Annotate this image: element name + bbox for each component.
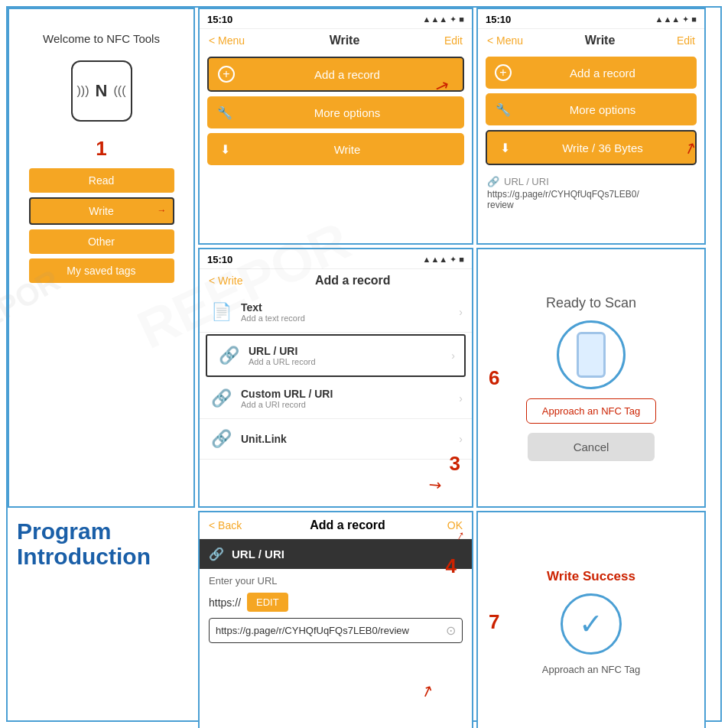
custom-url-title: Custom URL / URI	[241, 388, 333, 400]
program-introduction: Program Introduction REEPOR	[8, 511, 195, 728]
panel-ready-to-scan: 6 Ready to Scan Approach an NFC Tag Canc…	[476, 248, 706, 508]
url-screen-title: Add a record	[248, 518, 447, 532]
unit-link-text: Unit.Link	[241, 433, 287, 445]
edit-button-2[interactable]: Edit	[677, 34, 695, 47]
write-button-2[interactable]: ⬇ Write 2	[207, 133, 464, 165]
url-record-type: URL / URI	[232, 548, 284, 561]
saved-tags-button[interactable]: My saved tags	[29, 258, 174, 283]
phone-scan-icon	[557, 320, 626, 389]
panel-write: 15:10 ▲▲▲ ✦ ■ < Menu Write Edit + Add a …	[198, 8, 473, 245]
write-success-title: Write Success	[547, 569, 635, 584]
step-5-label: 5	[476, 60, 478, 80]
more-options-button[interactable]: 🔧 More options	[207, 96, 464, 128]
custom-url-record-item[interactable]: 🔗 Custom URL / URI Add a URI record ›	[200, 379, 472, 419]
chevron-icon-custom: ›	[459, 392, 463, 405]
write-bytes-button[interactable]: ⬇ Write / 36 Bytes	[486, 130, 697, 165]
url-uri-value: https://g.page/r/CYHQfUqFQs7LEB0/review	[487, 189, 695, 210]
plus-icon-2: +	[495, 64, 512, 81]
url-prefix-row: https:// EDIT	[209, 593, 463, 612]
step-4-label: 4	[446, 554, 457, 578]
read-button[interactable]: Read	[29, 168, 174, 193]
write-button[interactable]: Write →	[29, 197, 174, 225]
url-uri-section: 🔗 URL / URI https://g.page/r/CYHQfUqFQs7…	[478, 170, 704, 216]
plus-icon: +	[218, 66, 235, 83]
url-value: https://g.page/r/CYHQfUqFQs7LEB0/review	[216, 625, 409, 636]
step-3-label: 3	[450, 452, 460, 476]
custom-url-text: Custom URL / URI Add a URI record	[241, 388, 333, 409]
edit-url-button[interactable]: EDIT	[247, 593, 288, 612]
other-button[interactable]: Other	[29, 229, 174, 254]
signal-icons-2: ▲▲▲ ✦ ■	[655, 15, 697, 24]
arrow-url-input: ↗	[418, 681, 436, 702]
url-final-input[interactable]: https://g.page/r/CYHQfUqFQs7LEB0/review …	[209, 618, 463, 643]
add-record-button[interactable]: + Add a record	[207, 57, 464, 92]
clear-icon[interactable]: ⊙	[446, 623, 456, 638]
chevron-icon-unit: ›	[459, 433, 463, 445]
add-record-title: Add a record	[315, 274, 391, 288]
nfc-waves-left-icon: )))	[77, 84, 89, 98]
panel-urlentry: < Back Add a record OK 🔗 URL / URI Enter…	[198, 511, 473, 728]
time-display-2: 15:10	[486, 14, 511, 25]
nav-bar-2: < Menu Write Edit	[478, 29, 704, 52]
edit-button[interactable]: Edit	[444, 34, 463, 47]
wrench-icon-2: 🔧	[495, 101, 512, 118]
screen-title: Write	[330, 34, 360, 47]
write-icon: ⬇	[216, 141, 233, 158]
url-record-header: 🔗 URL / URI	[200, 539, 472, 569]
url-record-text: URL / URI Add a URL record	[249, 345, 316, 366]
approach-nfc-button[interactable]: Approach an NFC Tag	[526, 398, 656, 424]
back-menu-button-2[interactable]: < Menu	[487, 34, 523, 47]
back-button-url[interactable]: < Back	[209, 519, 242, 531]
screen-title-2: Write	[585, 34, 616, 47]
add-record-button-2[interactable]: + Add a record 5	[486, 57, 697, 89]
text-record-title: Text	[241, 301, 305, 314]
download-icon-2: ⬇	[496, 139, 513, 156]
text-record-icon: 📄	[209, 300, 233, 324]
signal-icons: ▲▲▲ ✦ ■	[423, 15, 464, 24]
cancel-scan-button[interactable]: Cancel	[528, 433, 655, 461]
url-record-title: URL / URI	[249, 345, 316, 357]
step-6-label: 6	[489, 366, 499, 390]
unit-link-record-item[interactable]: 🔗 Unit.Link ›	[200, 419, 472, 460]
arrow-url-record: ↙	[424, 475, 446, 496]
success-checkmark-icon: ✓	[561, 593, 622, 655]
panel-addrecord: 15:10 ▲▲▲ ✦ ■ < Write Add a record 📄 Tex…	[198, 248, 473, 508]
text-record-subtitle: Add a text record	[241, 314, 305, 323]
welcome-title: Welcome to NFC Tools	[43, 32, 160, 45]
enter-url-label: Enter your URL	[200, 569, 472, 590]
link-icon-3: 🔗	[487, 176, 499, 187]
chevron-icon-url: ›	[451, 349, 455, 362]
signal-icons-3: ▲▲▲ ✦ ■	[423, 255, 464, 265]
text-record-item[interactable]: 📄 Text Add a text record ›	[200, 292, 472, 333]
ready-to-scan-title: Ready to Scan	[546, 295, 636, 311]
nfc-icon: ))) N (((	[71, 60, 132, 122]
program-intro-title: Program Introduction	[17, 518, 186, 569]
url-uri-record-item[interactable]: 🔗 URL / URI Add a URL record ›	[206, 334, 466, 377]
unit-link-title: Unit.Link	[241, 433, 287, 445]
url-uri-entry: 🔗 URL / URI	[487, 176, 695, 187]
back-write-button[interactable]: < Write	[209, 275, 242, 287]
more-options-button-2[interactable]: 🔧 More options	[486, 93, 697, 125]
panel-write-success: 7 Write Success ✓ Approach an NFC Tag	[476, 511, 706, 728]
nav-bar-3: < Write Add a record	[200, 269, 472, 292]
write-arrow-icon: →	[158, 205, 167, 216]
nfc-letter: N	[96, 81, 108, 101]
url-record-subtitle: Add a URL record	[249, 357, 316, 366]
url-prefix: https://	[209, 596, 241, 609]
unit-link-icon: 🔗	[209, 427, 233, 451]
text-record-text: Text Add a text record	[241, 301, 305, 323]
wrench-icon: 🔧	[216, 104, 233, 121]
ios-status-bar-2: 15:10 ▲▲▲ ✦ ■	[478, 9, 704, 29]
back-menu-button[interactable]: < Menu	[209, 34, 245, 47]
panel-write2: 15:10 ▲▲▲ ✦ ■ < Menu Write Edit + Add a …	[476, 8, 706, 245]
url-record-icon: 🔗	[216, 343, 241, 368]
custom-url-subtitle: Add a URI record	[241, 400, 333, 409]
nav-bar: < Menu Write Edit	[200, 29, 472, 52]
approach-nfc-text: Approach an NFC Tag	[542, 664, 640, 675]
time-display: 15:10	[207, 14, 232, 25]
url-nav-bar: < Back Add a record OK	[200, 512, 472, 539]
step-1: 1	[96, 137, 106, 161]
phone-shape-icon	[577, 332, 606, 378]
time-display-3: 15:10	[207, 254, 232, 265]
ios-status-bar-3: 15:10 ▲▲▲ ✦ ■	[200, 249, 472, 269]
